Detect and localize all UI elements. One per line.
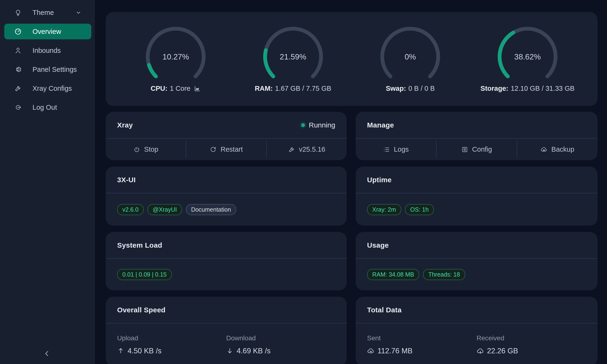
total-data-card-title: Total Data	[367, 306, 402, 314]
sidebar-item-inbounds[interactable]: Inbounds	[0, 41, 95, 60]
usage-card-title: Usage	[367, 241, 389, 249]
sidebar-item-label: Xray Configs	[32, 85, 72, 92]
restart-button[interactable]: Restart	[186, 139, 266, 160]
ram-gauge: 21.59% RAM: 1.67 GB / 7.75 GB	[235, 26, 352, 106]
xui-card-title: 3X-UI	[117, 176, 136, 184]
cloud-upload-icon	[367, 347, 375, 355]
sidebar-item-label: Panel Settings	[32, 66, 77, 74]
chevron-left-icon	[42, 349, 52, 358]
documentation-tag[interactable]: Documentation	[186, 204, 236, 215]
usage-card: Usage RAM: 34.08 MB Threads: 18	[356, 232, 597, 290]
sliders-icon	[461, 146, 468, 153]
storage-label: Storage: 12.10 GB / 31.33 GB	[480, 85, 575, 92]
backup-button[interactable]: Backup	[517, 139, 597, 160]
ram-label: RAM: 1.67 GB / 7.75 GB	[255, 85, 331, 92]
sidebar: Theme Overview Inbounds Panel Set	[0, 0, 95, 364]
sidebar-item-label: Log Out	[32, 104, 57, 111]
cpu-label: CPU: 1 Core	[151, 85, 201, 92]
sidebar-item-label: Inbounds	[32, 47, 61, 54]
sidebar-item-theme[interactable]: Theme	[0, 3, 95, 22]
cloud-backup-icon	[540, 146, 547, 153]
person-icon	[14, 47, 22, 54]
download-label: Download	[226, 334, 335, 342]
system-load-card-title: System Load	[117, 241, 162, 249]
sidebar-item-log-out[interactable]: Log Out	[0, 98, 95, 117]
uptime-card: Uptime Xray: 2m OS: 1h	[356, 167, 597, 226]
os-uptime-tag: OS: 1h	[405, 204, 434, 215]
xui-card: 3X-UI v2.6.0 @XrayUI Documentation	[106, 167, 347, 226]
restart-icon	[210, 146, 217, 153]
status-text: Running	[309, 121, 335, 129]
config-button[interactable]: Config	[436, 139, 517, 160]
arrow-down-icon	[226, 347, 234, 355]
upload-stat: Upload 4.50 KB /s	[117, 334, 226, 355]
logout-icon	[14, 104, 22, 111]
sent-value: 112.76 MB	[378, 347, 413, 355]
gear-icon	[14, 66, 22, 73]
sidebar-item-label: Theme	[32, 9, 54, 17]
cloud-download-icon	[476, 347, 484, 355]
load-average-tag: 0.01 | 0.09 | 0.15	[117, 269, 172, 280]
received-value: 22.26 GB	[487, 347, 518, 355]
sent-stat: Sent 112.76 MB	[367, 334, 476, 355]
stop-button[interactable]: Stop	[106, 139, 186, 160]
xray-uptime-tag: Xray: 2m	[367, 204, 401, 215]
swap-percent: 0%	[378, 52, 442, 61]
ram-usage-tag: RAM: 34.08 MB	[367, 269, 419, 280]
sidebar-item-label: Overview	[32, 28, 61, 36]
lightbulb-icon	[14, 9, 22, 16]
xray-card-title: Xray	[117, 121, 133, 129]
cpu-percent: 10.27%	[144, 52, 208, 61]
sidebar-item-overview[interactable]: Overview	[4, 24, 91, 39]
list-icon	[383, 146, 390, 153]
swap-label: Swap: 0 B / 0 B	[386, 85, 435, 92]
received-label: Received	[476, 334, 586, 342]
sidebar-item-xray-configs[interactable]: Xray Configs	[0, 79, 95, 98]
speedometer-icon	[14, 28, 22, 35]
xray-status: Running	[301, 121, 335, 129]
telegram-tag[interactable]: @XrayUI	[147, 204, 182, 215]
sidebar-item-panel-settings[interactable]: Panel Settings	[0, 60, 95, 79]
main-content: 10.27% CPU: 1 Core 21.59% RAM: 1.67 GB /	[106, 12, 597, 364]
threads-tag: Threads: 18	[423, 269, 465, 280]
power-icon	[133, 146, 140, 153]
upload-label: Upload	[117, 334, 226, 342]
storage-percent: 38.62%	[496, 52, 560, 61]
overall-speed-card-title: Overall Speed	[117, 306, 166, 314]
total-data-card: Total Data Sent 112.76 MB	[356, 297, 597, 364]
version-tag[interactable]: v2.6.0	[117, 204, 144, 215]
status-dot-icon	[301, 123, 305, 127]
system-stats-card: 10.27% CPU: 1 Core 21.59% RAM: 1.67 GB /	[106, 12, 597, 106]
arrow-up-icon	[117, 347, 125, 355]
cpu-gauge: 10.27% CPU: 1 Core	[117, 26, 235, 106]
manage-card: Manage Logs	[356, 112, 597, 160]
swap-gauge: 0% Swap: 0 B / 0 B	[352, 26, 469, 106]
sent-label: Sent	[367, 334, 476, 342]
upload-value: 4.50 KB /s	[128, 347, 161, 355]
wrench-icon	[14, 85, 22, 92]
received-stat: Received 22.26 GB	[476, 334, 586, 355]
xray-version-button[interactable]: v25.5.16	[267, 139, 347, 160]
download-value: 4.69 KB /s	[237, 347, 271, 355]
wrench-icon	[288, 146, 295, 153]
storage-gauge: 38.62% Storage: 12.10 GB / 31.33 GB	[469, 26, 586, 106]
sidebar-collapse-button[interactable]	[42, 348, 52, 359]
area-chart-icon[interactable]	[194, 85, 201, 92]
download-stat: Download 4.69 KB /s	[226, 334, 335, 355]
system-load-card: System Load 0.01 | 0.09 | 0.15	[106, 232, 347, 290]
logs-button[interactable]: Logs	[356, 139, 436, 160]
overall-speed-card: Overall Speed Upload 4.50 KB /s	[106, 297, 347, 364]
manage-card-title: Manage	[367, 121, 394, 129]
ram-percent: 21.59%	[261, 52, 325, 61]
chevron-down-icon	[75, 9, 82, 16]
xray-card: Xray Running Stop	[106, 112, 347, 160]
uptime-card-title: Uptime	[367, 176, 392, 184]
